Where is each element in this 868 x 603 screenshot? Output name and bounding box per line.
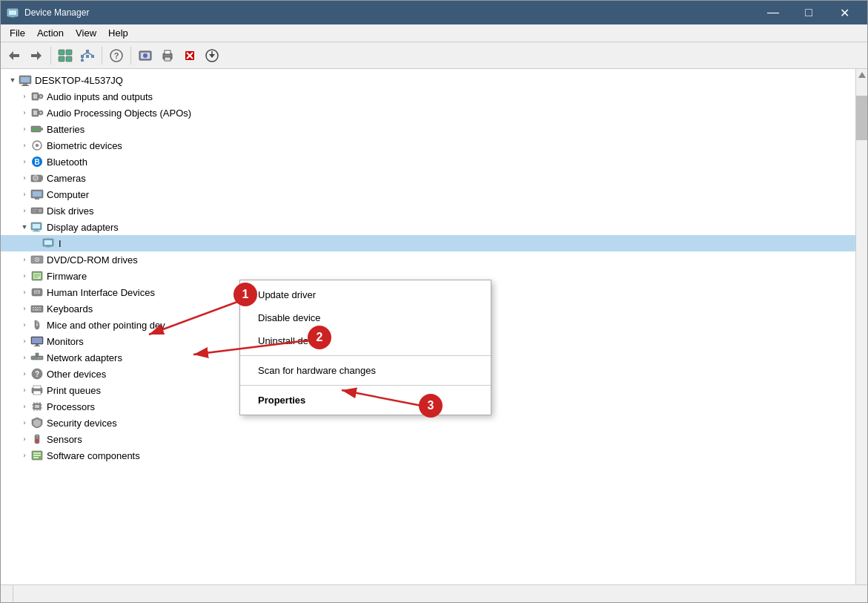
expand-dvd[interactable]: › xyxy=(19,254,30,266)
hid-label: Human Interface Devices xyxy=(47,287,155,298)
display-adapter-child-label: I xyxy=(59,238,62,249)
tree-scrollbar[interactable] xyxy=(855,69,867,584)
expand-bluetooth[interactable]: › xyxy=(19,156,30,168)
tree-item-disk[interactable]: › Disk drives xyxy=(1,202,855,219)
svg-rect-109 xyxy=(33,391,41,395)
help-button[interactable]: ? xyxy=(106,45,127,66)
svg-rect-7 xyxy=(59,56,64,62)
audio-inputs-label: Audio inputs and outputs xyxy=(47,91,153,102)
expand-biometric[interactable]: › xyxy=(19,139,30,151)
back-button[interactable] xyxy=(4,45,24,66)
expand-other[interactable]: › xyxy=(19,368,30,380)
device-by-type-button[interactable] xyxy=(55,45,76,66)
svg-rect-98 xyxy=(34,346,40,346)
svg-rect-64 xyxy=(33,211,36,212)
context-scan-hardware[interactable]: Scan for hardware changes xyxy=(240,359,491,382)
update-driver-button[interactable] xyxy=(202,45,222,66)
expand-mice[interactable]: › xyxy=(19,319,30,331)
menu-file[interactable]: File xyxy=(4,26,31,40)
device-manager-window: Device Manager — □ ✕ File Action View He… xyxy=(0,0,868,603)
expand-disk[interactable]: › xyxy=(19,205,30,217)
svg-rect-46 xyxy=(41,128,43,131)
expand-hid[interactable]: › xyxy=(19,286,30,298)
expand-apo[interactable]: › xyxy=(19,107,30,119)
mouse-icon xyxy=(30,319,44,331)
context-disable-device[interactable]: Disable device xyxy=(240,306,491,329)
svg-rect-124 xyxy=(36,435,38,436)
forward-button[interactable] xyxy=(26,45,47,66)
svg-marker-54 xyxy=(42,175,43,181)
menu-help[interactable]: Help xyxy=(102,26,134,40)
toolbar-separator-2 xyxy=(102,47,102,65)
window-title: Device Manager xyxy=(24,7,756,18)
menu-view[interactable]: View xyxy=(70,26,102,40)
expand-network[interactable]: › xyxy=(19,352,30,363)
svg-marker-3 xyxy=(9,51,19,60)
tree-item-bluetooth[interactable]: › B Bluetooth xyxy=(1,154,855,170)
app-icon xyxy=(7,7,19,19)
expand-software[interactable]: › xyxy=(19,449,30,461)
context-update-driver[interactable]: Update driver xyxy=(240,283,491,306)
svg-rect-96 xyxy=(32,337,42,343)
display-adapters-label: Display adapters xyxy=(47,222,119,233)
svg-rect-63 xyxy=(33,209,37,210)
tree-item-biometric[interactable]: › Biometric devices xyxy=(1,137,855,154)
tree-item-dvd[interactable]: › DVD/CD-ROM drives xyxy=(1,251,855,268)
tree-item-sensors[interactable]: › Sensors xyxy=(1,431,855,447)
expand-display-child[interactable] xyxy=(30,237,42,249)
expand-display[interactable]: ▼ xyxy=(19,221,30,233)
expand-security[interactable]: › xyxy=(19,417,30,429)
status-text xyxy=(7,585,13,602)
annotation-1: 1 xyxy=(233,283,257,306)
svg-rect-123 xyxy=(36,439,39,443)
tree-item-computer[interactable]: › Computer xyxy=(1,186,855,202)
tree-item-display-adapter-child[interactable]: I xyxy=(1,235,855,251)
expand-keyboards[interactable]: › xyxy=(19,303,30,314)
expand-computer[interactable]: › xyxy=(19,188,30,200)
expand-print[interactable]: › xyxy=(19,384,30,396)
scroll-up-button[interactable] xyxy=(856,69,867,81)
disable-button[interactable] xyxy=(179,45,200,66)
expand-firmware[interactable]: › xyxy=(19,270,30,282)
svg-rect-59 xyxy=(35,198,39,200)
tree-item-cameras[interactable]: › Cameras xyxy=(1,170,855,186)
menu-action[interactable]: Action xyxy=(31,26,70,40)
svg-rect-68 xyxy=(33,231,40,232)
tree-item-audio-inputs[interactable]: › Audio inputs and outputs xyxy=(1,88,855,105)
svg-marker-129 xyxy=(858,72,866,78)
svg-rect-6 xyxy=(66,50,72,55)
svg-point-62 xyxy=(39,210,41,211)
scroll-thumb[interactable] xyxy=(856,96,867,140)
expand-sensors[interactable]: › xyxy=(19,433,30,445)
toolbar-separator-1 xyxy=(50,47,51,65)
expand-monitors[interactable]: › xyxy=(19,335,30,347)
context-uninstall-device[interactable]: Uninstall device xyxy=(240,329,491,352)
device-by-connection-button[interactable] xyxy=(77,45,98,66)
display-adapters-icon xyxy=(30,221,44,233)
context-properties[interactable]: Properties xyxy=(240,389,491,412)
expand-root[interactable]: ▼ xyxy=(7,74,19,86)
svg-rect-34 xyxy=(21,77,30,82)
tree-item-batteries[interactable]: › Batteries xyxy=(1,121,855,137)
expand-cameras[interactable]: › xyxy=(19,172,30,184)
maximize-button[interactable]: □ xyxy=(792,1,826,24)
tree-root[interactable]: ▼ DESKTOP-4L537JQ xyxy=(1,72,855,88)
close-button[interactable]: ✕ xyxy=(827,1,861,24)
tree-item-display-adapters[interactable]: ▼ Display adapters xyxy=(1,219,855,235)
expand-processors[interactable]: › xyxy=(19,401,30,412)
tree-item-apo[interactable]: › Audio Processing Objects (APOs) xyxy=(1,105,855,121)
processors-label: Processors xyxy=(47,401,95,412)
expand-batteries[interactable]: › xyxy=(19,123,30,135)
tree-item-software[interactable]: › Software components xyxy=(1,447,855,464)
print-button[interactable] xyxy=(157,45,178,66)
minimize-button[interactable]: — xyxy=(756,1,790,24)
annotation-2: 2 xyxy=(308,326,331,349)
toolbar: ? xyxy=(1,42,867,69)
resources-by-type-button[interactable] xyxy=(135,45,156,66)
svg-rect-1 xyxy=(9,10,16,15)
expand-audio-inputs[interactable]: › xyxy=(19,90,30,102)
svg-marker-31 xyxy=(209,54,215,58)
svg-rect-38 xyxy=(33,94,37,99)
svg-rect-35 xyxy=(23,84,27,85)
svg-rect-58 xyxy=(33,191,42,197)
